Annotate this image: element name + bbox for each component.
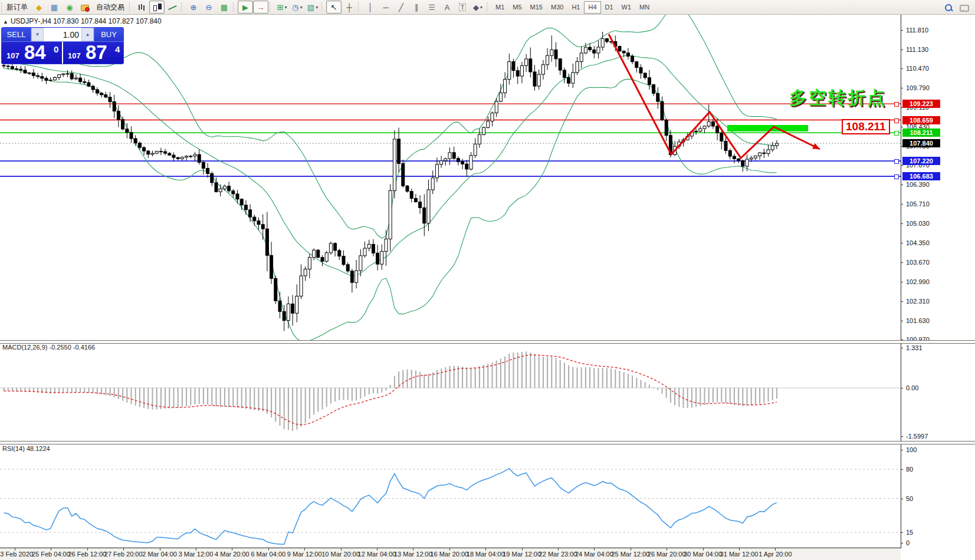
chart-line-icon xyxy=(168,3,178,12)
symbol-collapse-icon[interactable]: ▲ xyxy=(3,19,8,25)
line-endpoint-marker[interactable] xyxy=(894,159,899,164)
text-label-icon[interactable]: T xyxy=(455,1,470,14)
chart-bottom-border xyxy=(0,548,901,548)
date-label: 25 Feb 04:00 xyxy=(32,551,70,558)
date-label: 22 Mar 23:00 xyxy=(539,551,577,558)
line-endpoint-marker[interactable] xyxy=(894,131,899,136)
date-label: 26 Mar 20:00 xyxy=(648,551,686,558)
one-click-trading-panel: SELL ▼ 1.00 ▲ BUY 107 84 0 107 87 4 xyxy=(1,27,124,64)
market-watch-icon[interactable]: ▦ xyxy=(47,1,62,14)
price-label-109.223: 109.223 xyxy=(902,100,940,108)
price-callout-box[interactable]: 108.211 xyxy=(842,119,890,134)
zoom-in-icon[interactable]: ⊕ xyxy=(186,1,201,14)
rsi-tick-label: 100 xyxy=(906,446,917,453)
buy-price[interactable]: 107 87 4 xyxy=(63,42,123,64)
timeframe-h1[interactable]: H1 xyxy=(567,1,584,14)
macd-canvas[interactable] xyxy=(0,342,901,441)
date-label: 13 Mar 12:00 xyxy=(394,551,432,558)
rsi-line xyxy=(4,469,777,545)
autotrading-icon[interactable] xyxy=(77,1,93,14)
sell-button[interactable]: SELL xyxy=(2,28,31,41)
volume-value[interactable]: 1.00 xyxy=(44,28,81,41)
rsi-tick-label: 15 xyxy=(906,529,913,536)
zigzag-trendline xyxy=(609,34,820,158)
chart-candles-icon xyxy=(152,3,162,12)
date-label: 19 Mar 12:00 xyxy=(503,551,541,558)
search-icon xyxy=(944,4,954,12)
line-endpoint-marker[interactable] xyxy=(894,118,899,123)
new-order-button[interactable]: 新订单 xyxy=(3,1,31,14)
autotrading-icon xyxy=(80,3,90,12)
toolbar-grip xyxy=(358,2,361,12)
rsi-canvas[interactable] xyxy=(0,443,901,548)
vertical-line-icon[interactable]: │ xyxy=(363,1,378,14)
date-axis[interactable]: 23 Feb 202025 Feb 04:0026 Feb 12:0027 Fe… xyxy=(0,548,901,560)
date-label: 1 Apr 20:00 xyxy=(759,551,792,558)
new-order-icon[interactable]: ◆ xyxy=(31,1,47,14)
timeframe-m5[interactable]: M5 xyxy=(508,1,526,14)
toolbar-grip xyxy=(321,2,324,12)
sell-price[interactable]: 107 84 0 xyxy=(2,42,63,64)
date-label: 10 Mar 20:00 xyxy=(321,551,360,558)
date-label: 27 Feb 20:00 xyxy=(104,551,143,558)
price-tick-label: 111.810 xyxy=(906,27,928,34)
volume-up-button[interactable]: ▲ xyxy=(81,28,94,41)
timeframe-m30[interactable]: M30 xyxy=(547,1,567,14)
tile-windows-icon[interactable]: ▦ xyxy=(216,1,232,14)
timeframe-w1[interactable]: W1 xyxy=(618,1,636,14)
price-tick-label: 106.390 xyxy=(906,181,930,188)
arrows-icon[interactable]: ◆▾ xyxy=(470,1,485,14)
buy-price-big: 87 xyxy=(86,41,107,64)
price-tick-label: 102.990 xyxy=(906,278,930,285)
channel-icon[interactable]: ∥ xyxy=(409,1,424,14)
timeframe-h4[interactable]: H4 xyxy=(584,1,600,14)
date-label: 30 Mar 04:00 xyxy=(684,551,722,558)
timeframe-m1[interactable]: M1 xyxy=(491,1,508,14)
cursor-icon[interactable]: ↖ xyxy=(326,1,342,14)
autoscroll-icon[interactable]: ▶ xyxy=(238,1,253,14)
crosshair-icon[interactable]: ┼ xyxy=(342,1,357,14)
chat-button[interactable] xyxy=(956,1,971,14)
panel-separator[interactable] xyxy=(0,340,975,344)
chart-bars-icon[interactable] xyxy=(134,1,149,14)
main-chart-canvas[interactable] xyxy=(0,14,901,340)
price-label-107.220: 107.220 xyxy=(902,157,940,165)
chart-bars-icon xyxy=(137,3,147,12)
trade-panel-top: SELL ▼ 1.00 ▲ BUY xyxy=(2,28,123,41)
drawings-layer[interactable] xyxy=(609,34,820,158)
panel-separator[interactable] xyxy=(0,441,975,444)
periods-icon[interactable]: ◷▾ xyxy=(290,1,305,14)
volume-down-button[interactable]: ▼ xyxy=(31,28,44,41)
timeframe-d1[interactable]: D1 xyxy=(601,1,618,14)
price-tick-label: 105.710 xyxy=(906,200,930,207)
zoom-out-icon[interactable]: ⊖ xyxy=(201,1,216,14)
rsi-tick-label: 0 xyxy=(906,539,910,546)
price-axis[interactable]: 111.810111.130110.470109.790109.110108.4… xyxy=(901,14,975,548)
line-endpoint-marker[interactable] xyxy=(894,102,899,107)
search-button[interactable] xyxy=(941,1,956,14)
macd-tick-label: 1.331 xyxy=(906,344,923,351)
text-icon[interactable]: A xyxy=(439,1,455,14)
template-icon[interactable]: ▧▾ xyxy=(305,1,320,14)
autotrading-label[interactable]: 自动交易 xyxy=(93,1,128,14)
green-highlight-bar[interactable] xyxy=(727,125,808,131)
price-tick-label: 110.470 xyxy=(906,65,929,72)
indicators-icon[interactable]: ⊞▾ xyxy=(274,1,290,14)
timeframe-m15[interactable]: M15 xyxy=(526,1,547,14)
chart-candles-icon[interactable] xyxy=(149,1,165,14)
toolbar-grip xyxy=(129,2,132,12)
chart-annotation-text[interactable]: 多空转折点 xyxy=(789,86,887,110)
date-label: 18 Mar 04:00 xyxy=(467,551,505,558)
timeframe-mn[interactable]: MN xyxy=(635,1,654,14)
buy-button[interactable]: BUY xyxy=(94,28,123,41)
line-endpoint-marker[interactable] xyxy=(894,174,899,179)
price-tick-label: 111.130 xyxy=(906,46,928,53)
chart-line-icon[interactable] xyxy=(165,1,180,14)
date-label: 26 Feb 12:00 xyxy=(68,551,106,558)
signals-icon[interactable]: ◉ xyxy=(62,1,77,14)
horizontal-line-icon[interactable]: ─ xyxy=(378,1,393,14)
fibonacci-icon[interactable]: ☰ xyxy=(424,1,439,14)
chart-shift-icon[interactable]: → xyxy=(253,1,268,14)
chart-title: ▲USDJPY-,H4 107.830 107.844 107.827 107.… xyxy=(3,17,162,25)
trendline-icon[interactable]: ╱ xyxy=(393,1,409,14)
